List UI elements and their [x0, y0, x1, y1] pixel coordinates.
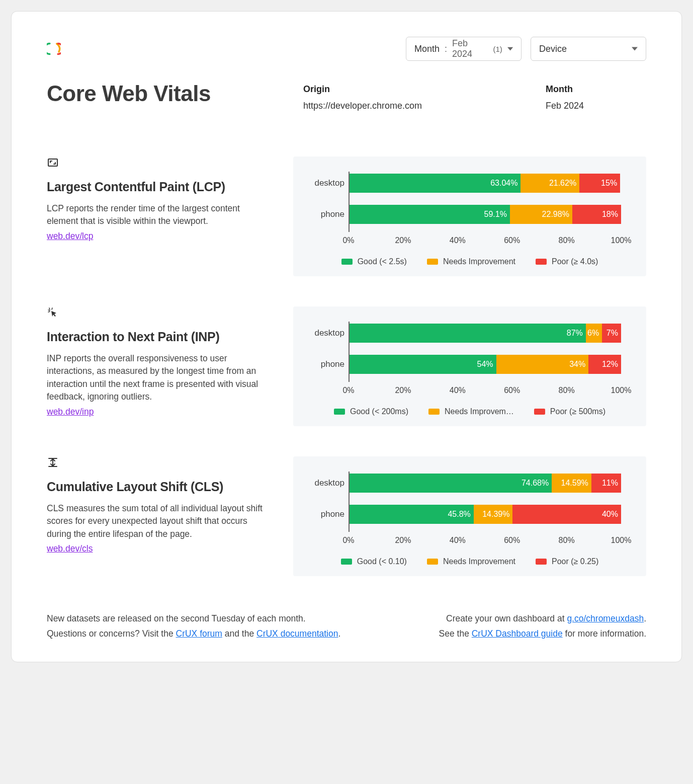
bar-seg-poor: 11%	[591, 474, 621, 493]
axis-tick: 100%	[611, 386, 632, 395]
legend-swatch	[427, 559, 438, 565]
aspect-ratio-icon	[47, 156, 273, 171]
chevron-down-icon	[632, 46, 638, 52]
legend-item-good: Good (< 200ms)	[334, 407, 408, 416]
metric-title: Interaction to Next Paint (INP)	[47, 330, 273, 344]
legend-item-poor: Poor (≥ 0.25)	[536, 557, 598, 566]
axis-tick: 0%	[342, 236, 354, 245]
legend-swatch	[341, 259, 353, 265]
month-filter-count: (1)	[493, 45, 502, 53]
doc-link-lcp[interactable]: web.dev/lcp	[47, 231, 93, 241]
bar-seg-poor: 18%	[572, 205, 621, 224]
chart-cls: desktop74.68%14.59%11%phone45.8%14.39%40…	[293, 456, 646, 576]
bar-seg-poor: 15%	[579, 174, 620, 193]
crux-docs-link[interactable]: CrUX documentation	[256, 629, 338, 639]
legend-label: Good (< 2.5s)	[358, 257, 407, 266]
legend-swatch	[536, 559, 547, 565]
bar-seg-ni: 14.59%	[552, 474, 591, 493]
metric-inp: Interaction to Next Paint (INP)INP repor…	[47, 306, 646, 426]
dashboard-guide-link[interactable]: CrUX Dashboard guide	[472, 629, 563, 639]
axis-tick: 60%	[504, 236, 520, 245]
axis-tick: 0%	[342, 536, 354, 545]
bar-seg-good: 54%	[350, 355, 496, 374]
legend-swatch	[534, 409, 545, 415]
bar-row-label: desktop	[307, 328, 344, 338]
bar-seg-good: 63.04%	[350, 174, 521, 193]
chart-legend: Good (< 200ms)Needs Improvem…Poor (≥ 500…	[308, 407, 631, 416]
chart-lcp: desktop63.04%21.62%15%phone59.1%22.98%18…	[293, 156, 646, 276]
legend-label: Poor (≥ 4.0s)	[552, 257, 598, 266]
bar-row-label: desktop	[307, 478, 344, 488]
bar-row: desktop87%6%7%	[350, 322, 621, 345]
chromeuxdash-link[interactable]: g.co/chromeuxdash	[567, 613, 644, 623]
legend-label: Poor (≥ 500ms)	[550, 407, 605, 416]
chart-legend: Good (< 0.10)Needs ImprovementPoor (≥ 0.…	[308, 557, 631, 566]
legend-item-good: Good (< 0.10)	[341, 557, 407, 566]
axis-tick: 40%	[450, 386, 466, 395]
bar-row: desktop63.04%21.62%15%	[350, 172, 621, 195]
axis-tick: 80%	[559, 386, 575, 395]
device-filter-label: Device	[539, 44, 567, 54]
legend-item-poor: Poor (≥ 4.0s)	[536, 257, 598, 266]
legend-swatch	[341, 559, 352, 565]
bar-seg-good: 45.8%	[350, 505, 474, 524]
bar-seg-ni: 22.98%	[510, 205, 572, 224]
legend-swatch	[334, 409, 345, 415]
footer-right: Create your own dashboard at g.co/chrome…	[439, 611, 646, 642]
bar-row: phone59.1%22.98%18%	[350, 203, 621, 226]
legend-label: Good (< 0.10)	[357, 557, 407, 566]
bar-row-label: desktop	[307, 178, 344, 188]
bar-seg-good: 74.68%	[350, 474, 552, 493]
legend-label: Needs Improvement	[443, 557, 515, 566]
legend-label: Needs Improvement	[443, 257, 515, 266]
legend-label: Needs Improvem…	[445, 407, 514, 416]
svg-rect-0	[48, 159, 57, 166]
bar-seg-ni: 21.62%	[521, 174, 579, 193]
axis-tick: 60%	[504, 386, 520, 395]
metric-lcp: Largest Contentful Paint (LCP)LCP report…	[47, 156, 646, 276]
bar-row: desktop74.68%14.59%11%	[350, 472, 621, 495]
origin-label: Origin	[303, 84, 526, 95]
device-filter[interactable]: Device	[531, 37, 646, 61]
axis-tick: 80%	[559, 536, 575, 545]
page-title: Core Web Vitals	[47, 81, 283, 106]
bar-seg-good: 87%	[350, 324, 586, 343]
doc-link-cls[interactable]: web.dev/cls	[47, 543, 93, 554]
metric-title: Largest Contentful Paint (LCP)	[47, 180, 273, 194]
metric-title: Cumulative Layout Shift (CLS)	[47, 480, 273, 494]
legend-item-ni: Needs Improvem…	[428, 407, 514, 416]
footer-left: New datasets are released on the second …	[47, 611, 340, 642]
legend-item-ni: Needs Improvement	[427, 557, 515, 566]
month-filter-label: Month	[414, 44, 440, 54]
bar-seg-poor: 40%	[512, 505, 621, 524]
legend-item-poor: Poor (≥ 500ms)	[534, 407, 605, 416]
bar-seg-poor: 7%	[602, 324, 621, 343]
bar-seg-ni: 14.39%	[474, 505, 513, 524]
axis-tick: 20%	[395, 386, 411, 395]
metric-desc: INP reports the overall responsiveness t…	[47, 352, 273, 404]
month-value: Feb 2024	[546, 101, 646, 111]
layout-shift-icon	[47, 456, 273, 471]
bar-row-label: phone	[307, 209, 344, 219]
bar-seg-good: 59.1%	[350, 205, 510, 224]
cursor-click-icon	[47, 306, 273, 321]
bar-seg-ni: 34%	[496, 355, 589, 374]
chart-legend: Good (< 2.5s)Needs ImprovementPoor (≥ 4.…	[308, 257, 631, 266]
legend-swatch	[536, 259, 547, 265]
axis-tick: 40%	[450, 536, 466, 545]
doc-link-inp[interactable]: web.dev/inp	[47, 407, 94, 417]
axis-tick: 40%	[450, 236, 466, 245]
axis-tick: 100%	[611, 536, 632, 545]
axis-tick: 20%	[395, 236, 411, 245]
chart-inp: desktop87%6%7%phone54%34%12%0%20%40%60%8…	[293, 306, 646, 426]
legend-item-ni: Needs Improvement	[427, 257, 515, 266]
month-label: Month	[546, 84, 646, 95]
month-filter[interactable]: Month: Feb 2024 (1)	[406, 37, 522, 61]
chevron-down-icon	[507, 46, 513, 52]
legend-swatch	[428, 409, 440, 415]
legend-swatch	[427, 259, 438, 265]
bar-row: phone45.8%14.39%40%	[350, 503, 621, 526]
axis-tick: 0%	[342, 386, 354, 395]
legend-label: Poor (≥ 0.25)	[552, 557, 598, 566]
crux-forum-link[interactable]: CrUX forum	[176, 629, 222, 639]
